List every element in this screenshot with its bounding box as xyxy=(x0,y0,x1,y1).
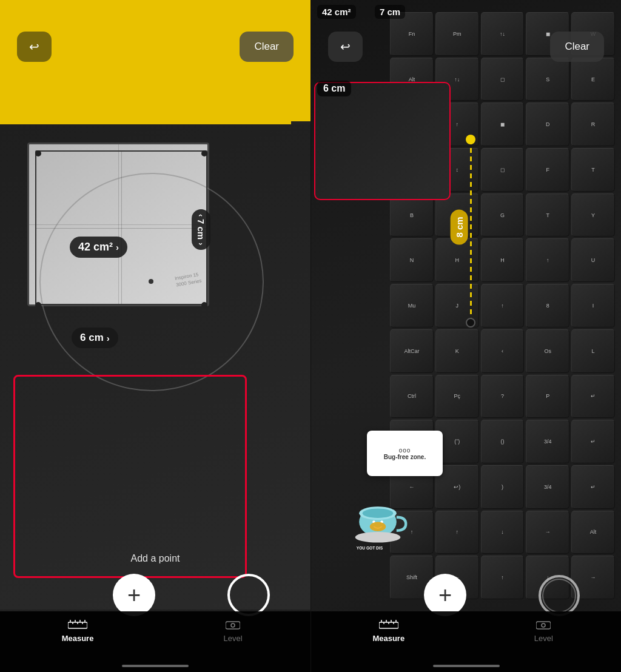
key: ↵ xyxy=(571,420,615,463)
key: ◼ xyxy=(481,102,525,146)
key: ↑ xyxy=(481,284,525,328)
key: Pç xyxy=(435,375,479,418)
tab-bar-left: Measure Level xyxy=(0,611,310,672)
measure-rect xyxy=(35,150,207,305)
height-value: 7 cm xyxy=(196,219,206,240)
sticker-teacup: YOU GOT DIS xyxy=(344,485,411,552)
key: AltCar xyxy=(390,329,434,373)
key: ↵ xyxy=(571,465,615,509)
key: ‹ xyxy=(481,329,525,373)
tab-level-label-right: Level xyxy=(534,634,553,643)
key: ? xyxy=(481,375,525,418)
ruler-icon-right xyxy=(379,620,398,631)
svg-point-16 xyxy=(355,532,401,543)
tab-level-right[interactable]: Level xyxy=(466,620,622,643)
svg-point-27 xyxy=(542,623,545,627)
key: Os xyxy=(526,329,569,373)
key: ↑ xyxy=(526,238,569,282)
sticker-bugfree: ooo Bug-free zone. xyxy=(367,431,443,476)
shutter-button-left[interactable] xyxy=(227,574,270,616)
left-screen: Inspiron 153000 Series 42 cm² › ‹ 7 cm › xyxy=(0,0,310,672)
top-7cm-label: 7 cm xyxy=(375,5,405,19)
key: K xyxy=(435,329,479,373)
ruler-icon-left xyxy=(68,620,87,631)
width-label[interactable]: 6 cm › xyxy=(72,328,118,348)
key: H xyxy=(435,238,479,282)
measure-8cm-label[interactable]: 8 cm xyxy=(451,209,468,244)
trackpad-right xyxy=(314,82,451,200)
width-value: 6 cm xyxy=(80,332,104,344)
home-indicator-left xyxy=(122,665,189,667)
top-area-label: 42 cm² xyxy=(317,5,356,19)
svg-rect-26 xyxy=(536,622,551,629)
add-point-label: Add a point xyxy=(131,553,180,564)
key: D xyxy=(526,102,569,146)
measure-dot-bottom xyxy=(466,318,475,328)
shutter-inner xyxy=(542,579,576,613)
key: I xyxy=(571,284,615,328)
key: T xyxy=(526,193,569,237)
key: Mu xyxy=(390,284,434,328)
add-point-button-right[interactable]: + xyxy=(424,574,466,616)
shutter-button-right[interactable] xyxy=(539,575,580,616)
key: () xyxy=(481,420,525,463)
key: ↵ xyxy=(571,375,615,418)
yellow-surface xyxy=(0,0,291,127)
key: E xyxy=(571,58,615,101)
tab-level-left[interactable]: Level xyxy=(155,620,310,643)
key: S xyxy=(526,58,569,101)
tab-measure-right[interactable]: Measure xyxy=(311,620,466,643)
svg-rect-8 xyxy=(226,622,240,629)
corner-tr xyxy=(201,150,207,156)
clear-button-right[interactable]: Clear xyxy=(550,32,604,62)
sticker-text: Bug-free zone. xyxy=(384,454,426,460)
corner-br xyxy=(201,302,207,308)
key: T xyxy=(571,148,615,192)
top-bar-left: ↩ Clear xyxy=(0,32,310,62)
key: ) xyxy=(481,465,525,509)
height-arrow-dn: › xyxy=(196,243,206,245)
svg-point-15 xyxy=(370,522,386,531)
clear-button-left[interactable]: Clear xyxy=(240,32,294,62)
height-arrow-up: ‹ xyxy=(196,214,206,217)
back-button-right[interactable]: ↩ xyxy=(328,32,363,62)
key: 8 xyxy=(526,284,569,328)
area-value: 42 cm² xyxy=(78,241,113,254)
key: 3/4 xyxy=(526,420,569,463)
level-icon-left xyxy=(226,620,240,631)
key: ↑ xyxy=(435,511,479,554)
svg-text:YOU GOT DIS: YOU GOT DIS xyxy=(357,546,383,550)
key: ↓ xyxy=(481,511,525,554)
measure-dot-top xyxy=(466,135,475,144)
key: N xyxy=(390,238,434,282)
center-dot xyxy=(149,279,153,284)
key: F xyxy=(526,148,569,192)
back-button-left[interactable]: ↩ xyxy=(17,32,52,62)
level-icon-right xyxy=(536,620,551,631)
key: Y xyxy=(571,193,615,237)
key: R xyxy=(571,102,615,146)
right-screen: Fn Pm ↑↓ ◼ W Alt ↑↓ ◻ S E C ↑ ◼ D R V ↕ … xyxy=(310,0,621,672)
key: ↑ xyxy=(481,556,525,599)
key: ◻ xyxy=(481,58,525,101)
area-arrow: › xyxy=(116,242,119,252)
key: Alt xyxy=(571,511,615,554)
height-label[interactable]: ‹ 7 cm › xyxy=(192,209,210,250)
tab-level-label-left: Level xyxy=(223,634,242,643)
key: ◻ xyxy=(481,148,525,192)
key: L xyxy=(571,329,615,373)
corner-tl xyxy=(35,150,41,156)
key: P xyxy=(526,375,569,418)
key: 3/4 xyxy=(526,465,569,509)
svg-point-9 xyxy=(231,623,235,627)
red-rect xyxy=(13,375,247,578)
area-label[interactable]: 42 cm² › xyxy=(70,237,127,258)
key: H xyxy=(481,238,525,282)
key: U xyxy=(571,238,615,282)
top-bar-right: ↩ Clear xyxy=(311,32,621,62)
key: Ctrl xyxy=(390,375,434,418)
key: G xyxy=(481,193,525,237)
add-point-button-left[interactable]: + xyxy=(113,574,155,616)
tab-measure-label-right: Measure xyxy=(372,634,404,643)
tab-measure-left[interactable]: Measure xyxy=(0,620,155,643)
